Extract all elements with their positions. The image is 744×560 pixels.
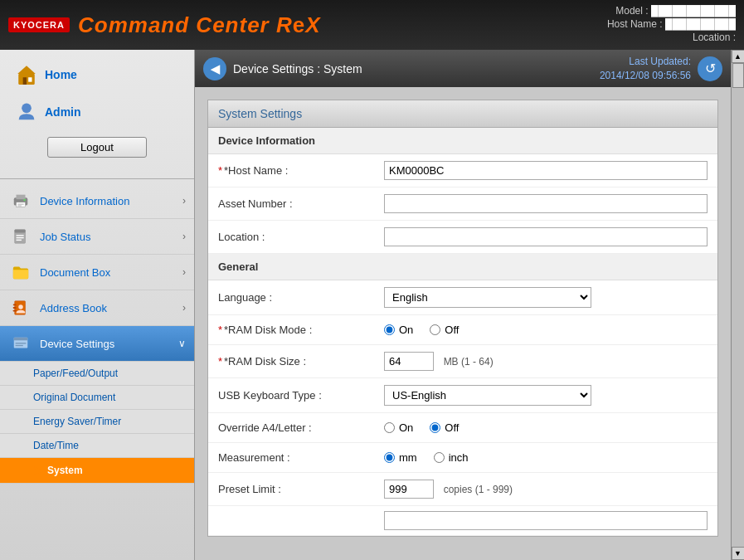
folder-icon-svg	[11, 263, 31, 281]
ram-disk-off-option[interactable]: Off	[430, 324, 459, 336]
sidebar-item-device-information[interactable]: Device Information ›	[0, 183, 194, 219]
admin-icon	[15, 100, 38, 124]
sidebar-item-device-settings[interactable]: Device Settings ∨	[0, 326, 194, 362]
sidebar-item-job-status[interactable]: Job Status ›	[0, 219, 194, 255]
scroll-down-arrow[interactable]: ▼	[732, 547, 745, 560]
job-status-icon	[8, 226, 33, 247]
svg-rect-6	[17, 195, 26, 200]
measurement-mm-radio[interactable]	[384, 452, 395, 463]
hostname-control	[384, 161, 708, 180]
submenu-paper-feed[interactable]: Paper/Feed/Output	[0, 362, 194, 386]
hostname-input[interactable]	[384, 161, 708, 180]
refresh-button[interactable]: ↺	[698, 56, 722, 81]
device-settings-icon	[8, 333, 33, 354]
measurement-mm-option[interactable]: mm	[384, 451, 417, 464]
override-label: Override A4/Letter :	[218, 421, 384, 434]
settings-icon-svg	[11, 334, 31, 353]
sidebar-label-doc-box: Document Box	[40, 266, 182, 279]
svg-rect-22	[14, 338, 28, 341]
measurement-control: mm inch	[384, 451, 708, 464]
asset-input[interactable]	[384, 194, 708, 213]
override-off-label: Off	[445, 421, 459, 434]
ram-disk-off-label: Off	[445, 324, 459, 336]
override-on-radio[interactable]	[384, 422, 395, 433]
ram-disk-on-option[interactable]: On	[384, 324, 413, 336]
measurement-inch-label: inch	[449, 451, 469, 464]
window-scrollbar[interactable]: ▲ ▼	[731, 50, 744, 560]
submenu-system-label: System	[47, 465, 83, 476]
extra-input[interactable]	[384, 511, 708, 530]
form-row-location: Location :	[208, 221, 717, 254]
usb-keyboard-control: US-English UK-English French German	[384, 385, 708, 406]
kyocera-logo: KYOCERA	[8, 17, 70, 32]
device-information-icon	[8, 190, 33, 212]
ram-disk-size-input[interactable]	[384, 352, 434, 371]
required-star-size: *	[218, 355, 222, 368]
override-on-option[interactable]: On	[384, 421, 413, 434]
sidebar-item-address-book[interactable]: Address Book ›	[0, 290, 194, 326]
sidebar-label-address-book: Address Book	[40, 302, 182, 314]
submenu-original-doc[interactable]: Original Document	[0, 386, 194, 410]
page-content: System Settings Device Information **Hos…	[195, 87, 731, 560]
ram-disk-size-label: **RAM Disk Size :	[218, 355, 384, 368]
language-select[interactable]: English Japanese French German Spanish	[384, 287, 591, 308]
scroll-thumb[interactable]	[732, 63, 744, 88]
measurement-inch-option[interactable]: inch	[434, 451, 469, 464]
override-control: On Off	[384, 421, 708, 434]
override-radio-group: On Off	[384, 421, 708, 434]
location-input[interactable]	[384, 227, 708, 246]
override-on-label: On	[399, 421, 413, 434]
ram-disk-on-label: On	[399, 324, 413, 336]
required-star-hostname: *	[218, 164, 222, 177]
breadcrumb-text: Device Settings : System	[233, 62, 362, 75]
section-general: General	[208, 254, 717, 280]
submenu-system[interactable]: ➤ System	[0, 458, 194, 484]
svg-marker-1	[17, 66, 36, 74]
sidebar-item-document-box[interactable]: Document Box ›	[0, 255, 194, 290]
sidebar: Home Admin Logout	[0, 50, 195, 560]
breadcrumb-right: Last Updated: 2014/12/08 09:56:56 ↺	[600, 55, 722, 83]
last-updated-value: 2014/12/08 09:56:56	[600, 69, 691, 83]
form-row-asset: Asset Number :	[208, 187, 717, 221]
preset-limit-input[interactable]	[384, 480, 434, 499]
preset-limit-label: Preset Limit :	[218, 483, 384, 495]
hostname-row: Host Name : ██████████	[607, 18, 736, 30]
submenu-energy-saver[interactable]: Energy Saver/Timer	[0, 410, 194, 434]
last-updated-label: Last Updated:	[600, 55, 691, 69]
scroll-up-arrow[interactable]: ▲	[732, 50, 745, 63]
usb-keyboard-select[interactable]: US-English UK-English French German	[384, 385, 591, 406]
ram-disk-off-radio[interactable]	[430, 324, 440, 335]
address-icon-svg	[11, 299, 31, 317]
form-row-preset-limit: Preset Limit : copies (1 - 999)	[208, 473, 717, 506]
title-x: X	[305, 12, 320, 37]
device-settings-submenu: Paper/Feed/Output Original Document Ener…	[0, 362, 194, 484]
address-book-icon	[8, 297, 33, 319]
address-book-arrow: ›	[182, 302, 186, 314]
back-button[interactable]: ◀	[203, 57, 226, 80]
ram-disk-on-radio[interactable]	[384, 324, 395, 335]
sidebar-item-home[interactable]: Home	[8, 58, 186, 91]
home-link[interactable]: Home	[45, 68, 77, 81]
job-status-arrow: ›	[182, 231, 186, 242]
override-off-radio[interactable]	[430, 422, 440, 433]
preset-limit-control: copies (1 - 999)	[384, 480, 708, 499]
logout-button[interactable]: Logout	[47, 137, 147, 158]
printer-icon	[11, 192, 31, 210]
override-off-option[interactable]: Off	[430, 421, 459, 434]
breadcrumb-left: ◀ Device Settings : System	[203, 57, 362, 80]
hostname-label: **Host Name :	[218, 164, 384, 177]
section-device-info: Device Information	[208, 128, 717, 154]
submenu-date-time[interactable]: Date/Time	[0, 434, 194, 458]
language-control: English Japanese French German Spanish	[384, 287, 708, 308]
ram-disk-size-suffix: MB (1 - 64)	[444, 356, 494, 368]
sidebar-item-admin: Admin	[8, 95, 186, 129]
measurement-radio-group: mm inch	[384, 451, 708, 464]
measurement-inch-radio[interactable]	[434, 452, 445, 463]
header-info: Model : ████████████ Host Name : ███████…	[607, 5, 736, 45]
header-title: Command Center ReX	[78, 12, 321, 38]
form-row-override: Override A4/Letter : On Off	[208, 413, 717, 443]
svg-rect-24	[16, 345, 23, 346]
measurement-label: Measurement :	[218, 451, 384, 464]
form-row-ram-disk-mode: **RAM Disk Mode : On	[208, 315, 717, 345]
form-row-extra	[208, 506, 717, 536]
